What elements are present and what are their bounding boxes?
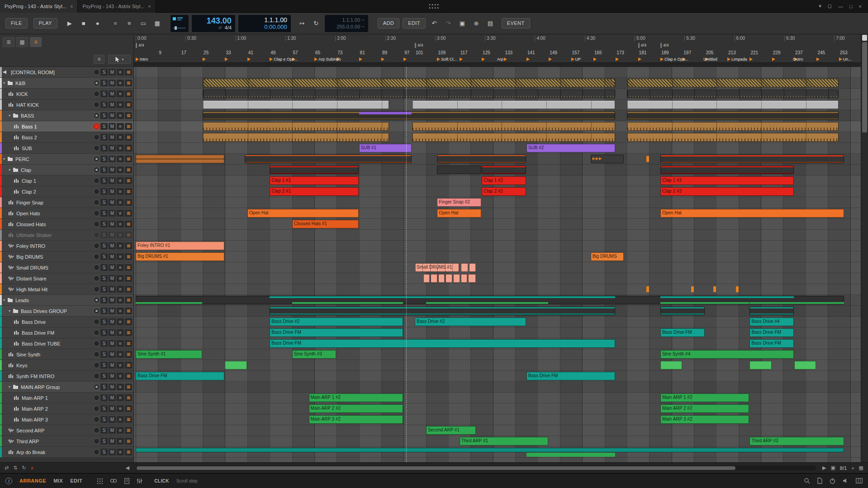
- record-arm-button[interactable]: [94, 362, 100, 368]
- clip[interactable]: [646, 156, 649, 162]
- shuffle-icon[interactable]: ⇄: [218, 25, 222, 30]
- automation-button[interactable]: ≡: [117, 362, 124, 369]
- refresh-icon[interactable]: ↻: [22, 465, 26, 471]
- arrange-track-lane[interactable]: Bass Drive FMBass Drive FM: [134, 371, 861, 382]
- time-signature-marker[interactable]: 4/4: [660, 43, 669, 48]
- mixer-sliders-icon[interactable]: [137, 478, 142, 484]
- arrange-track-lane[interactable]: [134, 306, 861, 317]
- automation-button[interactable]: ≡: [117, 318, 124, 325]
- horizontal-scrollbar[interactable]: [136, 466, 816, 470]
- record-arm-button[interactable]: [94, 102, 100, 108]
- mute-button[interactable]: M: [109, 253, 116, 260]
- cue-marker-icon[interactable]: [571, 57, 574, 61]
- track-row[interactable]: Bass 1SM≡▦: [0, 121, 133, 132]
- clip[interactable]: [136, 448, 844, 452]
- automation-button[interactable]: ≡: [117, 112, 124, 119]
- record-arm-button[interactable]: [94, 286, 100, 292]
- arrange-track-lane[interactable]: [134, 360, 861, 371]
- track-io-button[interactable]: ▦: [125, 123, 132, 130]
- track-io-button[interactable]: ▦: [125, 101, 132, 108]
- track-row[interactable]: Foley INTROSM≡▦: [0, 241, 133, 251]
- mute-button[interactable]: M: [109, 329, 116, 336]
- solo-button[interactable]: S: [100, 438, 108, 445]
- vertical-scrollbar-thumb[interactable]: [862, 42, 867, 133]
- clip[interactable]: [660, 155, 844, 163]
- mute-button[interactable]: M: [109, 351, 116, 358]
- record-arm-button[interactable]: [94, 254, 100, 260]
- mute-button[interactable]: M: [109, 394, 116, 401]
- cue-marker-icon[interactable]: [638, 57, 641, 61]
- track-row[interactable]: Arp do BreakSM≡▦: [0, 447, 133, 458]
- clip[interactable]: [203, 100, 389, 109]
- chevron-down-icon[interactable]: ▾: [2, 81, 6, 85]
- view-mix-button[interactable]: MIX: [53, 478, 63, 483]
- track-row[interactable]: Clap 1SM≡▦: [0, 175, 133, 186]
- arrange-track-lane[interactable]: Big DRUMS #1Big DRUMS: [134, 251, 861, 262]
- clip[interactable]: [660, 307, 705, 315]
- arrange-track-lane[interactable]: Third ARP #1Third ARP #3: [134, 436, 861, 447]
- mute-button[interactable]: M: [109, 210, 116, 217]
- track-io-button[interactable]: ▦: [125, 264, 132, 271]
- automation-button[interactable]: ≡: [117, 286, 124, 293]
- track-row[interactable]: Distant SnareSM≡▦: [0, 273, 133, 284]
- clip[interactable]: [794, 361, 816, 370]
- clip[interactable]: Bass Drive FM: [270, 328, 403, 337]
- record-arm-button[interactable]: [94, 69, 100, 75]
- track-io-button[interactable]: ▦: [125, 134, 132, 141]
- track-io-button[interactable]: ▦: [125, 275, 132, 282]
- tempo-value[interactable]: 143.00: [195, 17, 232, 25]
- arrange-track-lane[interactable]: [134, 121, 861, 132]
- window-menu-icon[interactable]: ▾: [819, 3, 821, 9]
- clip[interactable]: Clap 2 #2: [482, 187, 526, 196]
- automation-button[interactable]: ≡: [117, 340, 124, 347]
- track-io-button[interactable]: ▦: [125, 340, 132, 347]
- launcher-grid-icon[interactable]: ▦: [152, 18, 163, 29]
- scroll-left-icon[interactable]: ◀: [126, 465, 129, 471]
- clip[interactable]: Sine Synth #4: [660, 350, 794, 359]
- track-row[interactable]: Main ARP 2SM≡▦: [0, 403, 133, 414]
- window-close-button[interactable]: ×: [859, 4, 862, 9]
- solo-button[interactable]: S: [100, 297, 108, 303]
- clip[interactable]: [136, 302, 202, 304]
- arrange-track-lane[interactable]: Bass Drive #2Bass Drive #2Bass Drive #4: [134, 317, 861, 327]
- link-icon[interactable]: [110, 478, 117, 483]
- automation-button[interactable]: ≡: [117, 297, 124, 303]
- loop-length-value[interactable]: 255.0.0.00 ~: [328, 24, 365, 30]
- clip[interactable]: [461, 274, 467, 283]
- clip[interactable]: [225, 361, 247, 370]
- solo-button[interactable]: S: [100, 384, 108, 390]
- redo-icon[interactable]: ↷: [443, 18, 454, 29]
- track-io-button[interactable]: ▦: [125, 145, 132, 152]
- track-row[interactable]: Synth FM INTROSM≡▦: [0, 371, 133, 382]
- automation-button[interactable]: ≡: [117, 427, 124, 434]
- arrange-track-lane[interactable]: [134, 382, 861, 393]
- solo-button[interactable]: S: [100, 145, 108, 152]
- cue-marker-label[interactable]: Outro: [793, 57, 803, 62]
- automation-button[interactable]: ≡: [117, 232, 124, 238]
- clip[interactable]: [412, 122, 615, 131]
- mute-button[interactable]: M: [109, 427, 116, 434]
- solo-button[interactable]: S: [100, 112, 108, 119]
- track-io-button[interactable]: ▦: [125, 221, 132, 227]
- track-row[interactable]: Finger SnapSM≡▦: [0, 197, 133, 208]
- delete-icon[interactable]: ⊗: [471, 18, 482, 29]
- chevron-down-icon[interactable]: ▾: [2, 157, 6, 161]
- automation-button[interactable]: ≡: [117, 329, 124, 336]
- solo-button[interactable]: S: [100, 416, 108, 423]
- clip[interactable]: [660, 302, 749, 304]
- file-icon[interactable]: [817, 478, 822, 484]
- track-io-button[interactable]: ▦: [125, 362, 132, 369]
- mute-button[interactable]: M: [109, 80, 116, 86]
- mute-button[interactable]: M: [109, 340, 116, 347]
- piano-keyboard-icon[interactable]: [856, 478, 863, 483]
- record-arm-button[interactable]: [94, 80, 100, 86]
- zoom-in-icon[interactable]: +: [851, 465, 854, 471]
- automation-button[interactable]: ≡: [117, 188, 124, 195]
- track-io-button[interactable]: ▦: [125, 449, 132, 455]
- clip[interactable]: [270, 307, 615, 315]
- mute-button[interactable]: M: [109, 373, 116, 379]
- cue-marker-icon[interactable]: [482, 57, 485, 61]
- clip[interactable]: [437, 166, 481, 174]
- clip[interactable]: [468, 274, 475, 283]
- loop-strip[interactable]: [134, 62, 861, 67]
